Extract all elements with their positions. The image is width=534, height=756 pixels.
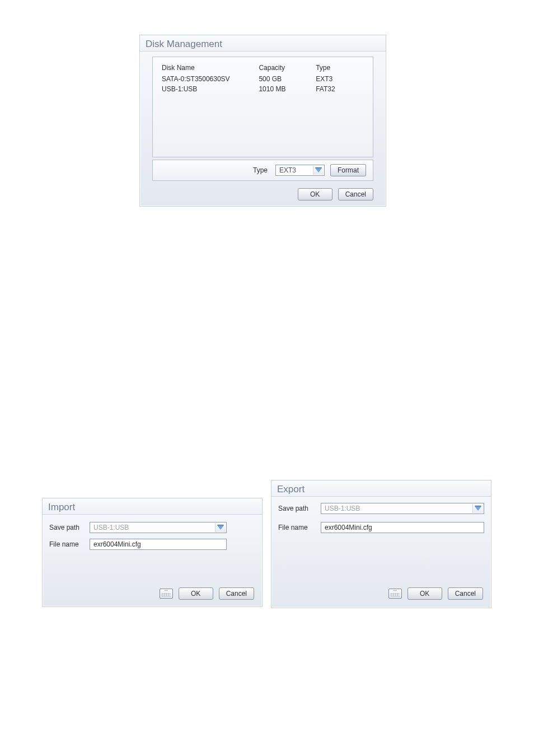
chevron-down-icon <box>472 504 483 513</box>
cancel-button[interactable]: Cancel <box>219 587 254 600</box>
save-path-select[interactable]: USB-1:USB <box>90 522 227 533</box>
file-name-label: File name <box>278 524 315 531</box>
table-row[interactable]: USB-1:USB 1010 MB FAT32 <box>157 84 368 94</box>
save-path-value: USB-1:USB <box>93 524 129 531</box>
ok-button[interactable]: OK <box>298 188 332 200</box>
cell-type: FAT32 <box>311 84 368 94</box>
disk-management-dialog: Disk Management Disk Name Capacity Type … <box>139 35 386 207</box>
export-dialog: Export Save path USB-1:USB File name OK … <box>271 480 491 608</box>
disk-table: Disk Name Capacity Type SATA-0:ST3500630… <box>157 63 368 94</box>
col-header-type: Type <box>311 63 368 74</box>
type-select[interactable]: EXT3 <box>275 165 325 176</box>
chevron-down-icon <box>313 166 324 175</box>
save-path-select[interactable]: USB-1:USB <box>321 503 484 514</box>
table-header-row: Disk Name Capacity Type <box>157 63 368 74</box>
type-select-value: EXT3 <box>279 166 296 174</box>
format-button[interactable]: Format <box>330 164 366 176</box>
file-name-input[interactable] <box>321 522 484 533</box>
keyboard-icon[interactable] <box>160 589 173 599</box>
cancel-button[interactable]: Cancel <box>448 587 483 600</box>
table-row[interactable]: SATA-0:ST3500630SV 500 GB EXT3 <box>157 74 368 84</box>
cell-capacity: 500 GB <box>254 74 311 84</box>
disk-management-title: Disk Management <box>140 35 386 52</box>
import-dialog: Import Save path USB-1:USB File name OK … <box>42 498 263 607</box>
col-header-disk-name: Disk Name <box>157 63 254 74</box>
cell-disk-name: SATA-0:ST3500630SV <box>157 74 254 84</box>
format-box: Type EXT3 Format <box>152 160 373 181</box>
save-path-value: USB-1:USB <box>325 505 360 512</box>
save-path-label: Save path <box>278 505 315 512</box>
export-title: Export <box>271 480 491 497</box>
file-name-label: File name <box>49 540 84 548</box>
save-path-label: Save path <box>49 524 84 531</box>
cancel-button[interactable]: Cancel <box>338 188 373 200</box>
cell-type: EXT3 <box>311 74 368 84</box>
keyboard-icon[interactable] <box>388 589 402 599</box>
chevron-down-icon <box>215 523 226 532</box>
file-name-input[interactable] <box>90 539 227 550</box>
import-title: Import <box>43 498 262 515</box>
ok-button[interactable]: OK <box>179 587 213 600</box>
disk-table-box: Disk Name Capacity Type SATA-0:ST3500630… <box>152 57 373 157</box>
type-label: Type <box>253 166 268 174</box>
cell-disk-name: USB-1:USB <box>157 84 254 94</box>
col-header-capacity: Capacity <box>254 63 311 74</box>
ok-button[interactable]: OK <box>407 587 442 600</box>
cell-capacity: 1010 MB <box>254 84 311 94</box>
